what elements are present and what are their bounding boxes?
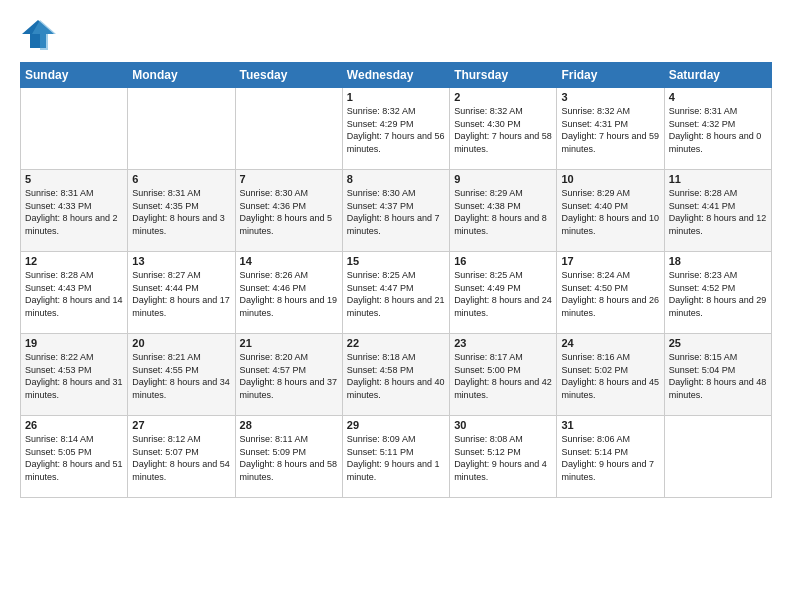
- day-info: Sunrise: 8:28 AM Sunset: 4:41 PM Dayligh…: [669, 187, 767, 237]
- day-number: 21: [240, 337, 338, 349]
- weekday-header-thursday: Thursday: [450, 63, 557, 88]
- weekday-header-wednesday: Wednesday: [342, 63, 449, 88]
- day-number: 19: [25, 337, 123, 349]
- calendar-cell: 14Sunrise: 8:26 AM Sunset: 4:46 PM Dayli…: [235, 252, 342, 334]
- day-info: Sunrise: 8:27 AM Sunset: 4:44 PM Dayligh…: [132, 269, 230, 319]
- day-info: Sunrise: 8:20 AM Sunset: 4:57 PM Dayligh…: [240, 351, 338, 401]
- day-number: 26: [25, 419, 123, 431]
- day-number: 29: [347, 419, 445, 431]
- day-number: 22: [347, 337, 445, 349]
- calendar-cell: [128, 88, 235, 170]
- day-info: Sunrise: 8:16 AM Sunset: 5:02 PM Dayligh…: [561, 351, 659, 401]
- day-info: Sunrise: 8:24 AM Sunset: 4:50 PM Dayligh…: [561, 269, 659, 319]
- calendar-cell: 11Sunrise: 8:28 AM Sunset: 4:41 PM Dayli…: [664, 170, 771, 252]
- day-info: Sunrise: 8:32 AM Sunset: 4:30 PM Dayligh…: [454, 105, 552, 155]
- day-number: 8: [347, 173, 445, 185]
- calendar-cell: 28Sunrise: 8:11 AM Sunset: 5:09 PM Dayli…: [235, 416, 342, 498]
- day-info: Sunrise: 8:09 AM Sunset: 5:11 PM Dayligh…: [347, 433, 445, 483]
- calendar-cell: 6Sunrise: 8:31 AM Sunset: 4:35 PM Daylig…: [128, 170, 235, 252]
- day-number: 9: [454, 173, 552, 185]
- day-number: 7: [240, 173, 338, 185]
- calendar-cell: 23Sunrise: 8:17 AM Sunset: 5:00 PM Dayli…: [450, 334, 557, 416]
- logo-icon: [20, 16, 56, 52]
- day-info: Sunrise: 8:29 AM Sunset: 4:40 PM Dayligh…: [561, 187, 659, 237]
- day-info: Sunrise: 8:31 AM Sunset: 4:32 PM Dayligh…: [669, 105, 767, 155]
- calendar-cell: 4Sunrise: 8:31 AM Sunset: 4:32 PM Daylig…: [664, 88, 771, 170]
- day-number: 28: [240, 419, 338, 431]
- weekday-header-saturday: Saturday: [664, 63, 771, 88]
- day-number: 5: [25, 173, 123, 185]
- day-info: Sunrise: 8:31 AM Sunset: 4:33 PM Dayligh…: [25, 187, 123, 237]
- day-number: 10: [561, 173, 659, 185]
- day-number: 14: [240, 255, 338, 267]
- weekday-header-monday: Monday: [128, 63, 235, 88]
- calendar-cell: 22Sunrise: 8:18 AM Sunset: 4:58 PM Dayli…: [342, 334, 449, 416]
- day-number: 1: [347, 91, 445, 103]
- day-number: 30: [454, 419, 552, 431]
- day-number: 13: [132, 255, 230, 267]
- day-number: 27: [132, 419, 230, 431]
- day-number: 20: [132, 337, 230, 349]
- day-info: Sunrise: 8:18 AM Sunset: 4:58 PM Dayligh…: [347, 351, 445, 401]
- calendar-cell: 26Sunrise: 8:14 AM Sunset: 5:05 PM Dayli…: [21, 416, 128, 498]
- day-info: Sunrise: 8:17 AM Sunset: 5:00 PM Dayligh…: [454, 351, 552, 401]
- calendar-cell: [664, 416, 771, 498]
- day-number: 3: [561, 91, 659, 103]
- day-number: 6: [132, 173, 230, 185]
- weekday-header-friday: Friday: [557, 63, 664, 88]
- calendar-cell: 20Sunrise: 8:21 AM Sunset: 4:55 PM Dayli…: [128, 334, 235, 416]
- calendar-week-2: 5Sunrise: 8:31 AM Sunset: 4:33 PM Daylig…: [21, 170, 772, 252]
- day-number: 4: [669, 91, 767, 103]
- calendar-cell: 19Sunrise: 8:22 AM Sunset: 4:53 PM Dayli…: [21, 334, 128, 416]
- calendar-cell: 13Sunrise: 8:27 AM Sunset: 4:44 PM Dayli…: [128, 252, 235, 334]
- calendar-header: SundayMondayTuesdayWednesdayThursdayFrid…: [21, 63, 772, 88]
- day-info: Sunrise: 8:11 AM Sunset: 5:09 PM Dayligh…: [240, 433, 338, 483]
- day-info: Sunrise: 8:25 AM Sunset: 4:49 PM Dayligh…: [454, 269, 552, 319]
- day-number: 31: [561, 419, 659, 431]
- day-number: 23: [454, 337, 552, 349]
- day-info: Sunrise: 8:26 AM Sunset: 4:46 PM Dayligh…: [240, 269, 338, 319]
- day-number: 25: [669, 337, 767, 349]
- day-info: Sunrise: 8:06 AM Sunset: 5:14 PM Dayligh…: [561, 433, 659, 483]
- day-info: Sunrise: 8:23 AM Sunset: 4:52 PM Dayligh…: [669, 269, 767, 319]
- calendar-cell: 29Sunrise: 8:09 AM Sunset: 5:11 PM Dayli…: [342, 416, 449, 498]
- calendar-cell: 31Sunrise: 8:06 AM Sunset: 5:14 PM Dayli…: [557, 416, 664, 498]
- calendar-week-3: 12Sunrise: 8:28 AM Sunset: 4:43 PM Dayli…: [21, 252, 772, 334]
- day-number: 16: [454, 255, 552, 267]
- calendar-cell: 15Sunrise: 8:25 AM Sunset: 4:47 PM Dayli…: [342, 252, 449, 334]
- weekday-header-tuesday: Tuesday: [235, 63, 342, 88]
- calendar-page: SundayMondayTuesdayWednesdayThursdayFrid…: [0, 0, 792, 612]
- calendar-cell: 18Sunrise: 8:23 AM Sunset: 4:52 PM Dayli…: [664, 252, 771, 334]
- calendar-cell: [235, 88, 342, 170]
- calendar-cell: [21, 88, 128, 170]
- calendar-cell: 2Sunrise: 8:32 AM Sunset: 4:30 PM Daylig…: [450, 88, 557, 170]
- day-info: Sunrise: 8:28 AM Sunset: 4:43 PM Dayligh…: [25, 269, 123, 319]
- calendar-cell: 3Sunrise: 8:32 AM Sunset: 4:31 PM Daylig…: [557, 88, 664, 170]
- day-number: 15: [347, 255, 445, 267]
- calendar-cell: 24Sunrise: 8:16 AM Sunset: 5:02 PM Dayli…: [557, 334, 664, 416]
- logo: [20, 16, 60, 52]
- calendar-week-1: 1Sunrise: 8:32 AM Sunset: 4:29 PM Daylig…: [21, 88, 772, 170]
- calendar-cell: 30Sunrise: 8:08 AM Sunset: 5:12 PM Dayli…: [450, 416, 557, 498]
- day-number: 12: [25, 255, 123, 267]
- day-info: Sunrise: 8:21 AM Sunset: 4:55 PM Dayligh…: [132, 351, 230, 401]
- day-info: Sunrise: 8:32 AM Sunset: 4:29 PM Dayligh…: [347, 105, 445, 155]
- calendar-cell: 16Sunrise: 8:25 AM Sunset: 4:49 PM Dayli…: [450, 252, 557, 334]
- calendar-week-5: 26Sunrise: 8:14 AM Sunset: 5:05 PM Dayli…: [21, 416, 772, 498]
- calendar-cell: 7Sunrise: 8:30 AM Sunset: 4:36 PM Daylig…: [235, 170, 342, 252]
- calendar-week-4: 19Sunrise: 8:22 AM Sunset: 4:53 PM Dayli…: [21, 334, 772, 416]
- calendar-cell: 12Sunrise: 8:28 AM Sunset: 4:43 PM Dayli…: [21, 252, 128, 334]
- calendar-cell: 21Sunrise: 8:20 AM Sunset: 4:57 PM Dayli…: [235, 334, 342, 416]
- weekday-header-sunday: Sunday: [21, 63, 128, 88]
- day-number: 17: [561, 255, 659, 267]
- day-info: Sunrise: 8:30 AM Sunset: 4:36 PM Dayligh…: [240, 187, 338, 237]
- day-info: Sunrise: 8:32 AM Sunset: 4:31 PM Dayligh…: [561, 105, 659, 155]
- calendar-cell: 27Sunrise: 8:12 AM Sunset: 5:07 PM Dayli…: [128, 416, 235, 498]
- day-info: Sunrise: 8:12 AM Sunset: 5:07 PM Dayligh…: [132, 433, 230, 483]
- calendar-cell: 9Sunrise: 8:29 AM Sunset: 4:38 PM Daylig…: [450, 170, 557, 252]
- day-info: Sunrise: 8:22 AM Sunset: 4:53 PM Dayligh…: [25, 351, 123, 401]
- day-info: Sunrise: 8:30 AM Sunset: 4:37 PM Dayligh…: [347, 187, 445, 237]
- calendar-cell: 8Sunrise: 8:30 AM Sunset: 4:37 PM Daylig…: [342, 170, 449, 252]
- calendar-cell: 17Sunrise: 8:24 AM Sunset: 4:50 PM Dayli…: [557, 252, 664, 334]
- day-number: 18: [669, 255, 767, 267]
